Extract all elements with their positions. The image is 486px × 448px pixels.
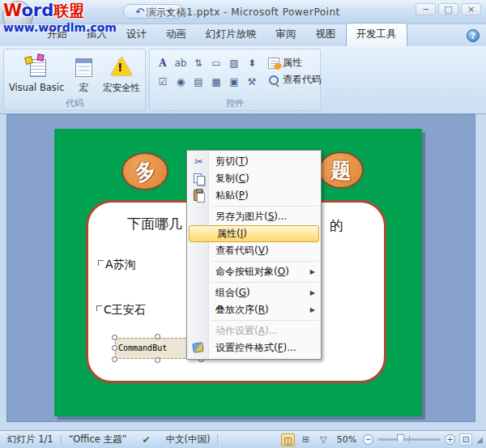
selection-handle[interactable]	[112, 356, 117, 362]
more-controls-icon[interactable]: ⚒	[244, 73, 260, 90]
image-control-icon[interactable]: ▨	[226, 54, 242, 71]
code-group-label: 代码	[4, 97, 145, 109]
checkbox-control-icon[interactable]: ☑	[155, 73, 171, 90]
decor-oval-left[interactable]: 多	[122, 152, 168, 190]
option-a-label: A苏洵	[105, 258, 136, 272]
menu-separator	[212, 206, 318, 207]
help-icon[interactable]: ?	[467, 29, 480, 42]
slideshow-view-button[interactable]: ▽	[317, 433, 330, 446]
menu-item-copy[interactable]: 复制(C)	[188, 170, 320, 187]
spellcheck-icon[interactable]: ✔	[134, 434, 158, 446]
spin-button-icon[interactable]: ⇅	[190, 54, 207, 71]
macro-security-button[interactable]: ! 宏安全性	[100, 53, 143, 96]
selection-handle[interactable]	[112, 335, 117, 340]
menu-separator	[212, 261, 318, 262]
zoom-slider-thumb[interactable]	[397, 434, 404, 445]
menu-item-properties[interactable]: 属性(I)	[189, 225, 319, 242]
selection-handle[interactable]	[155, 357, 160, 363]
menu-item-save-as-picture[interactable]: 另存为图片(S)...	[188, 208, 320, 225]
controls-group-label: 控件	[150, 97, 320, 109]
ribbon: Visual Basic 宏 ! 宏安全性 代码 A ab	[0, 46, 486, 114]
window-controls: − □ ×	[416, 3, 481, 15]
listbox-control-icon[interactable]: ▤	[190, 73, 207, 90]
brand-letters: ord	[21, 1, 53, 20]
copy-icon	[194, 173, 204, 184]
tab-animations[interactable]: 动画	[156, 23, 196, 46]
submenu-arrow-icon: ▶	[310, 289, 315, 297]
warning-triangle-icon: !	[109, 55, 134, 79]
properties-button[interactable]: 属性	[268, 56, 322, 70]
menu-separator	[212, 282, 318, 283]
checkbox-icon	[96, 305, 102, 311]
tab-slideshow[interactable]: 幻灯片放映	[196, 23, 266, 46]
zoom-in-button[interactable]: +	[445, 434, 455, 445]
menu-item-command-button-object[interactable]: 命令按钮对象(O) ▶	[188, 263, 320, 280]
theme-name[interactable]: “Office 主题”	[62, 433, 134, 446]
watermark-brand: Word联盟	[3, 2, 117, 19]
submenu-arrow-icon: ▶	[310, 268, 315, 275]
minimize-button[interactable]: −	[416, 3, 436, 15]
view-code-button[interactable]: 查看代码	[268, 73, 322, 87]
menu-item-group[interactable]: 组合(G) ▶	[188, 284, 320, 301]
menu-item-format-control[interactable]: 设置控件格式(F)...	[188, 339, 320, 356]
question-text-left: 下面哪几	[127, 215, 182, 233]
option-button-icon[interactable]: ◉	[173, 73, 189, 90]
controls-gallery: A ab ⇅ ▭ ▨ ⬍ ☑ ◉ ▤ ▦ ▣ ⚒	[155, 54, 260, 93]
ribbon-group-code: Visual Basic 宏 ! 宏安全性 代码	[3, 49, 146, 111]
watermark-logo: Word联盟 www.wordlm.com	[3, 2, 117, 33]
scrollbar-control-icon[interactable]: ⬍	[244, 54, 260, 71]
option-c-label: C王安石	[104, 303, 146, 318]
decor-char-right: 题	[331, 157, 352, 184]
macro-security-label: 宏安全性	[103, 82, 140, 94]
menu-item-cut[interactable]: ✂ 剪切(T)	[188, 153, 320, 170]
macros-button[interactable]: 宏	[69, 53, 98, 96]
label-control-icon[interactable]: A	[155, 54, 171, 71]
zoom-slider-tick	[409, 436, 410, 443]
command-button-icon[interactable]: ▭	[208, 54, 224, 71]
menu-item-view-code[interactable]: 查看代码(V)	[188, 242, 320, 259]
close-button[interactable]: ×	[461, 3, 481, 15]
zoom-slider[interactable]	[377, 438, 441, 441]
question-text-right: 的	[330, 216, 343, 235]
fit-to-window-button[interactable]: ⊡	[459, 433, 472, 446]
brand-cn: 联盟	[53, 2, 84, 19]
context-menu: ✂ 剪切(T) 复制(C) 粘贴(P) 另存为图片(S)... 属性(I) 查看…	[186, 150, 322, 360]
checkbox-icon	[98, 260, 104, 266]
textbox-control-icon[interactable]: ab	[173, 54, 189, 71]
zoom-out-button[interactable]: −	[363, 434, 373, 445]
brand-letter: W	[3, 1, 21, 20]
resize-grip[interactable]: ◢	[476, 435, 483, 444]
tab-review[interactable]: 审阅	[266, 23, 306, 46]
submenu-arrow-icon: ▶	[310, 306, 315, 314]
selection-handle[interactable]	[112, 345, 117, 351]
paste-icon	[194, 190, 203, 201]
checkbox-option-c[interactable]: C王安石	[96, 303, 146, 318]
normal-view-button[interactable]: ◫	[281, 433, 295, 446]
menu-item-paste[interactable]: 粘贴(P)	[188, 187, 320, 204]
menu-separator	[212, 320, 318, 321]
tab-design[interactable]: 设计	[117, 23, 156, 46]
properties-icon	[268, 58, 279, 69]
watermark-url: www.wordlm.com	[3, 22, 117, 33]
combobox-control-icon[interactable]: ▦	[208, 73, 224, 90]
slide-counter: 幻灯片 1/1	[0, 433, 61, 446]
visual-basic-label: Visual Basic	[9, 82, 64, 93]
menu-item-order[interactable]: 叠放次序(R) ▶	[188, 301, 320, 318]
zoom-level[interactable]: 50%	[335, 434, 359, 445]
magnifier-icon	[268, 75, 279, 86]
tab-view[interactable]: 视图	[306, 23, 346, 46]
maximize-button[interactable]: □	[438, 3, 458, 15]
status-bar: 幻灯片 1/1 “Office 主题” ✔ 中文(中国) ◫ ⊞ ▽ 50% −…	[0, 430, 486, 448]
slide-sorter-view-button[interactable]: ⊞	[299, 433, 313, 446]
toggle-control-icon[interactable]: ▣	[226, 73, 242, 90]
selection-handle[interactable]	[155, 334, 160, 339]
language-indicator[interactable]: 中文(中国)	[158, 433, 217, 446]
properties-label: 属性	[283, 56, 302, 70]
checkbox-option-a[interactable]: A苏洵	[98, 258, 136, 272]
visual-basic-button[interactable]: Visual Basic	[6, 53, 66, 95]
tab-developer[interactable]: 开发工具	[346, 23, 407, 46]
decor-oval-right[interactable]: 题	[318, 151, 364, 189]
powerpoint-window: ↶ ▾ 演示文稿1.pptx - Microsoft PowerPoint − …	[0, 0, 486, 448]
macros-icon	[71, 55, 96, 79]
ribbon-group-controls: A ab ⇅ ▭ ▨ ⬍ ☑ ◉ ▤ ▦ ▣ ⚒ 属性	[149, 49, 321, 111]
